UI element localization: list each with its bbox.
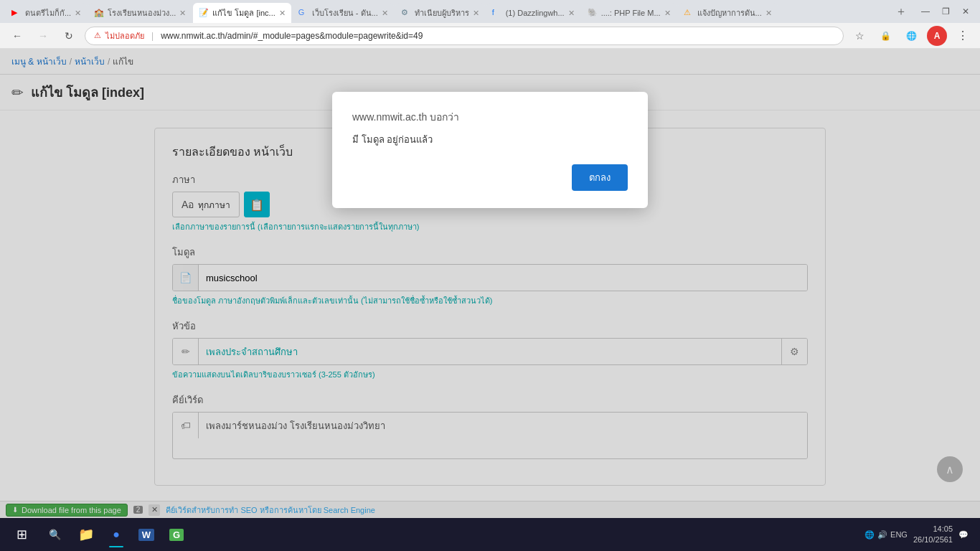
tab-yt[interactable]: ▶ ดนตรีไมก็กั... ✕ <box>6 3 87 23</box>
taskbar-item-greenbtn[interactable]: G <box>162 520 191 549</box>
taskbar: ⊞ 🔍 📁 ● W G 🌐 🔊 ENG 14:05 26 <box>0 518 980 551</box>
tab-title-fb: (1) Dazzlingwh... <box>506 9 565 17</box>
dialog-actions: ตกลง <box>352 164 628 191</box>
tab-close-warn[interactable]: ✕ <box>765 9 772 18</box>
tab-close-yt[interactable]: ✕ <box>75 9 81 18</box>
browser-chrome: ▶ ดนตรีไมก็กั... ✕ 🏫 โรงเรียนหนองม่วง...… <box>0 0 980 551</box>
start-button[interactable]: ⊞ <box>6 520 37 549</box>
taskbar-clock: 14:05 26/10/2561 <box>913 524 953 546</box>
tab-list: ▶ ดนตรีไมก็กั... ✕ 🏫 โรงเรียนหนองม่วง...… <box>6 0 885 23</box>
taskbar-items: 📁 ● W G <box>72 520 862 549</box>
dialog-ok-button[interactable]: ตกลง <box>572 164 628 191</box>
tab-icon-php: 🐘 <box>588 8 598 18</box>
address-separator: | <box>151 31 154 41</box>
tab-close-google[interactable]: ✕ <box>382 9 388 18</box>
dialog-overlay: www.nmwit.ac.th บอกว่า มี โมดูล อยู่ก่อน… <box>0 49 980 518</box>
title-bar: ▶ ดนตรีไมก็กั... ✕ 🏫 โรงเรียนหนองม่วง...… <box>0 0 980 23</box>
dialog-box: www.nmwit.ac.th บอกว่า มี โมดูล อยู่ก่อน… <box>332 92 648 208</box>
bookmark-button[interactable]: ☆ <box>849 26 870 46</box>
dialog-message: มี โมดูล อยู่ก่อนแล้ว <box>352 132 628 147</box>
tab-school[interactable]: 🏫 โรงเรียนหนองม่วง... ✕ <box>88 3 192 23</box>
address-text: www.nmwit.ac.th/admin/#_module=pages&mod… <box>161 31 423 41</box>
taskbar-sys-tray: 🌐 🔊 ENG <box>864 530 908 540</box>
forward-button[interactable]: → <box>33 26 53 46</box>
win-controls: — ❐ ✕ <box>917 3 974 20</box>
volume-icon: 🔊 <box>877 530 887 540</box>
tab-close-edit[interactable]: ✕ <box>279 9 286 18</box>
tab-php[interactable]: 🐘 ....: PHP File M... ✕ <box>582 3 677 23</box>
tab-icon-school: 🏫 <box>94 8 104 18</box>
network-icon: 🌐 <box>864 530 875 540</box>
taskbar-search-button[interactable]: 🔍 <box>40 520 69 549</box>
menu-button[interactable]: ⋮ <box>953 26 973 46</box>
address-bar: ← → ↻ ⚠ ไม่ปลอดภัย | www.nmwit.ac.th/adm… <box>0 23 980 49</box>
word-icon: W <box>138 529 154 541</box>
tab-warn[interactable]: ⚠ แจ้งปัญหาการดัน... ✕ <box>678 3 778 23</box>
tab-close-fb[interactable]: ✕ <box>568 9 575 18</box>
notification-center-icon[interactable]: 💬 <box>958 530 969 540</box>
tab-icon-fb: f <box>492 8 502 18</box>
taskbar-item-word[interactable]: W <box>132 520 161 549</box>
tab-title-google: เว็บโรงเรียน - ดัน... <box>312 6 378 19</box>
tab-close-admin[interactable]: ✕ <box>473 9 479 18</box>
file-explorer-icon: 📁 <box>78 527 94 542</box>
tab-title-edit: แก้ไข โมดูล [inc... <box>212 6 275 19</box>
tab-icon-admin: ⚙ <box>401 8 411 18</box>
profile-button[interactable]: A <box>927 26 947 46</box>
tab-title-yt: ดนตรีไมก็กั... <box>25 6 71 19</box>
tab-icon-google: G <box>298 8 308 18</box>
tab-admin[interactable]: ⚙ ทำเนียบผู้บริหาร ✕ <box>395 3 485 23</box>
tab-icon-warn: ⚠ <box>684 8 694 18</box>
tab-title-admin: ทำเนียบผู้บริหาร <box>415 6 469 19</box>
minimize-button[interactable]: — <box>917 3 934 20</box>
reload-button[interactable]: ↻ <box>59 26 79 46</box>
g-icon: G <box>169 529 184 541</box>
address-prefix: ไม่ปลอดภัย <box>105 29 144 42</box>
extension-btn[interactable]: 🔒 <box>875 26 895 46</box>
tab-google[interactable]: G เว็บโรงเรียน - ดัน... ✕ <box>293 3 394 23</box>
tab-icon-yt: ▶ <box>11 8 22 18</box>
page-area: เมนู & หน้าเว็บ / หน้าเว็บ / แก้ไข ✏ แก้… <box>0 49 980 518</box>
tab-close-school[interactable]: ✕ <box>179 9 186 18</box>
maximize-button[interactable]: ❐ <box>937 3 954 20</box>
taskbar-item-chrome[interactable]: ● <box>102 520 131 549</box>
taskbar-item-fileexplorer[interactable]: 📁 <box>72 520 100 549</box>
tab-edit[interactable]: 📝 แก้ไข โมดูล [inc... ✕ <box>193 3 291 23</box>
lang-indicator: ENG <box>890 530 908 539</box>
tab-title-warn: แจ้งปัญหาการดัน... <box>697 6 762 19</box>
tab-icon-edit: 📝 <box>199 8 209 18</box>
address-input[interactable]: ⚠ ไม่ปลอดภัย | www.nmwit.ac.th/admin/#_m… <box>85 27 844 45</box>
taskbar-right: 🌐 🔊 ENG 14:05 26/10/2561 💬 <box>864 524 974 546</box>
dialog-title: www.nmwit.ac.th บอกว่า <box>352 109 628 125</box>
back-button[interactable]: ← <box>7 26 27 46</box>
taskbar-date-text: 26/10/2561 <box>913 534 953 545</box>
new-tab-button[interactable]: ＋ <box>891 1 911 22</box>
tab-close-php[interactable]: ✕ <box>664 9 671 18</box>
tab-title-php: ....: PHP File M... <box>601 9 661 17</box>
close-button[interactable]: ✕ <box>957 3 974 20</box>
chrome-icon: ● <box>113 528 120 541</box>
translate-btn[interactable]: 🌐 <box>901 26 921 46</box>
tab-fb[interactable]: f (1) Dazzlingwh... ✕ <box>486 3 580 23</box>
tab-title-school: โรงเรียนหนองม่วง... <box>108 6 176 19</box>
insecure-icon: ⚠ <box>94 31 101 40</box>
taskbar-time-text: 14:05 <box>913 524 953 534</box>
